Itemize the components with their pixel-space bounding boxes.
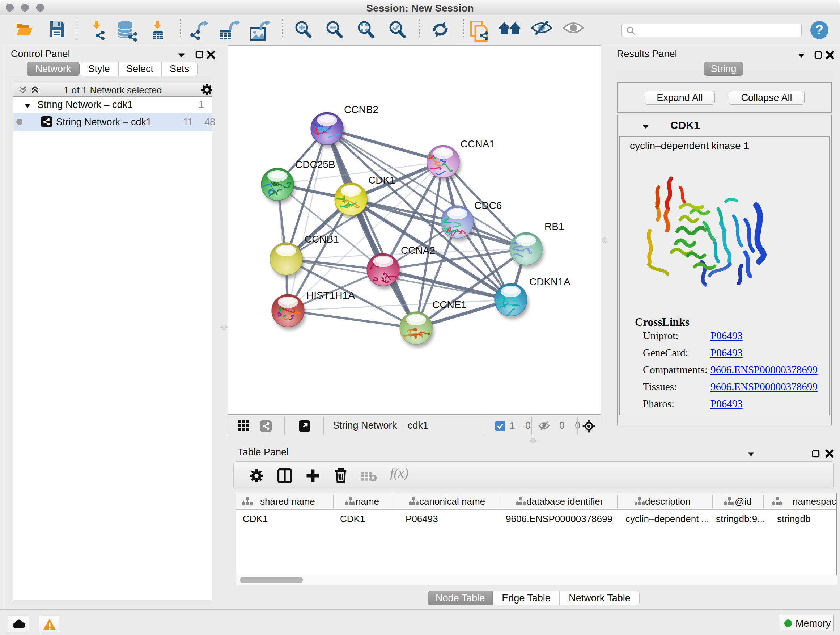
svg-text:CDKN1A: CDKN1A (529, 276, 570, 287)
svg-text:CDC6: CDC6 (474, 200, 502, 211)
svg-text:RB1: RB1 (545, 221, 564, 232)
svg-text:?: ? (815, 22, 823, 37)
svg-text:CCNA1: CCNA1 (461, 138, 495, 149)
svg-text:HIST1H1A: HIST1H1A (306, 290, 355, 301)
svg-text:CCNB2: CCNB2 (344, 104, 378, 115)
svg-text:CCNE1: CCNE1 (432, 299, 467, 310)
svg-text:CDC25B: CDC25B (295, 159, 335, 170)
svg-text:CCNA2: CCNA2 (401, 245, 435, 256)
svg-text:CDK1: CDK1 (368, 174, 395, 186)
svg-text:CCNB1: CCNB1 (305, 233, 339, 245)
